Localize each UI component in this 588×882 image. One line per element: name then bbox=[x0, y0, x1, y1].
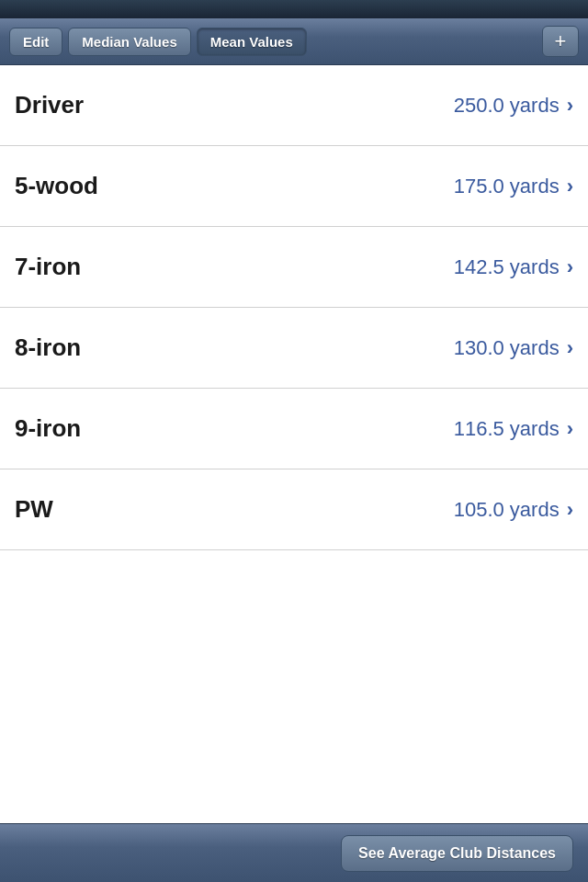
club-row[interactable]: PW105.0 yards› bbox=[0, 469, 588, 550]
mean-values-button[interactable]: Mean Values bbox=[197, 28, 307, 56]
club-distance-container: 130.0 yards› bbox=[454, 336, 573, 360]
club-list: Driver250.0 yards›5-wood175.0 yards›7-ir… bbox=[0, 65, 588, 550]
club-row[interactable]: 9-iron116.5 yards› bbox=[0, 389, 588, 469]
chevron-right-icon: › bbox=[567, 336, 573, 360]
toolbar: Edit Median Values Mean Values + bbox=[0, 18, 588, 65]
club-list-container: Driver250.0 yards›5-wood175.0 yards›7-ir… bbox=[0, 65, 588, 823]
club-row[interactable]: 7-iron142.5 yards› bbox=[0, 227, 588, 308]
club-name: PW bbox=[15, 495, 53, 524]
add-button[interactable]: + bbox=[542, 26, 579, 57]
club-row[interactable]: Driver250.0 yards› bbox=[0, 65, 588, 146]
chevron-right-icon: › bbox=[567, 498, 573, 522]
club-distance: 250.0 yards bbox=[454, 94, 560, 118]
club-row[interactable]: 8-iron130.0 yards› bbox=[0, 308, 588, 389]
chevron-right-icon: › bbox=[567, 417, 573, 441]
club-distance: 105.0 yards bbox=[454, 498, 560, 522]
club-distance-container: 142.5 yards› bbox=[454, 255, 573, 279]
club-name: 8-iron bbox=[15, 334, 81, 362]
chevron-right-icon: › bbox=[567, 255, 573, 279]
club-name: 7-iron bbox=[15, 253, 81, 281]
club-distance: 175.0 yards bbox=[454, 175, 560, 198]
club-row[interactable]: 5-wood175.0 yards› bbox=[0, 146, 588, 227]
club-distance: 130.0 yards bbox=[454, 336, 560, 360]
club-distance: 116.5 yards bbox=[454, 417, 560, 441]
club-distance-container: 105.0 yards› bbox=[454, 498, 573, 522]
club-name: 9-iron bbox=[15, 414, 81, 443]
club-distance-container: 175.0 yards› bbox=[454, 175, 573, 198]
median-values-button[interactable]: Median Values bbox=[68, 28, 190, 56]
bottom-bar: See Average Club Distances bbox=[0, 823, 588, 882]
club-name: 5-wood bbox=[15, 172, 98, 200]
edit-button[interactable]: Edit bbox=[9, 28, 62, 56]
club-distance: 142.5 yards bbox=[454, 255, 560, 279]
avg-distances-button[interactable]: See Average Club Distances bbox=[341, 835, 573, 872]
status-bar bbox=[0, 0, 588, 18]
club-distance-container: 116.5 yards› bbox=[454, 417, 573, 441]
club-name: Driver bbox=[15, 91, 84, 119]
club-distance-container: 250.0 yards› bbox=[454, 94, 573, 118]
chevron-right-icon: › bbox=[567, 94, 573, 118]
chevron-right-icon: › bbox=[567, 175, 573, 198]
